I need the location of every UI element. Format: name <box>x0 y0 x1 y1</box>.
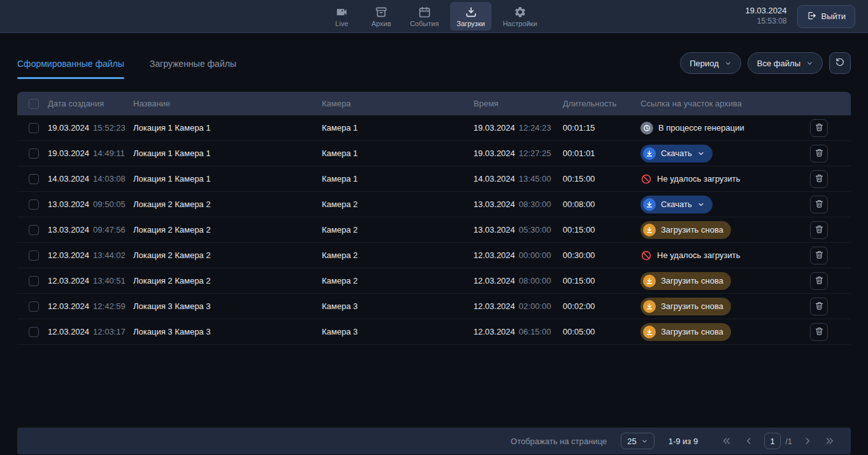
table-row: 12.03.202412:42:59Локация 3 Камера 3Каме… <box>17 294 851 319</box>
tab-generated-files-label: Сформированные файлы <box>17 59 124 69</box>
nav-archive[interactable]: Архив <box>364 2 398 31</box>
file-name-cell: Локация 1 Камера 1 <box>133 123 322 133</box>
archive-time-cell: 19.03.202412:24:23 <box>474 123 563 133</box>
tabs-row: Сформированные файлы Загруженные файлы П… <box>17 50 851 79</box>
archive-link-cell: Загрузить снова <box>640 272 810 290</box>
refresh-button[interactable] <box>829 52 851 74</box>
download-button-label: Скачать <box>661 199 692 209</box>
trash-icon <box>814 148 824 159</box>
row-checkbox[interactable] <box>29 123 39 133</box>
trash-icon <box>814 301 824 312</box>
duration-cell: 00:02:00 <box>563 301 640 311</box>
delete-button[interactable] <box>810 298 828 315</box>
duration-cell: 00:15:00 <box>563 225 640 235</box>
download-icon <box>643 147 656 160</box>
pager: 1 /1 <box>720 433 837 449</box>
nav-downloads[interactable]: Загрузки <box>451 2 491 31</box>
table-row: 13.03.202409:50:05Локация 2 Камера 2Каме… <box>17 192 851 217</box>
tab-downloaded-files[interactable]: Загруженные файлы <box>150 59 236 79</box>
retry-download-button[interactable]: Загрузить снова <box>640 221 731 239</box>
row-checkbox[interactable] <box>29 250 39 261</box>
trash-icon <box>814 224 824 236</box>
system-datetime: 19.03.2024 15:53:08 <box>745 6 786 26</box>
first-page-button[interactable] <box>720 434 734 448</box>
row-checkbox[interactable] <box>29 148 39 159</box>
retry-button-label: Загрузить снова <box>661 327 723 336</box>
delete-button[interactable] <box>810 170 828 188</box>
delete-button[interactable] <box>810 323 828 341</box>
table-row: 19.03.202415:52:23Локация 1 Камера 1Каме… <box>17 115 851 141</box>
created-date-cell: 12.03.202412:03:17 <box>48 327 133 336</box>
camera-cell: Камера 3 <box>322 301 474 311</box>
file-name-cell: Локация 2 Камера 2 <box>133 225 322 235</box>
archive-link-cell: Загрузить снова <box>640 323 810 341</box>
row-checkbox[interactable] <box>29 199 39 210</box>
row-checkbox[interactable] <box>29 301 39 312</box>
period-filter-button[interactable]: Период <box>680 52 741 74</box>
download-icon <box>643 275 656 287</box>
nav-settings[interactable]: Настройки <box>496 2 544 31</box>
row-checkbox[interactable] <box>29 225 39 235</box>
download-file-button[interactable]: Скачать <box>640 196 712 213</box>
download-file-button[interactable]: Скачать <box>640 145 712 162</box>
archive-time-cell: 12.03.202400:00:00 <box>474 250 563 260</box>
delete-button[interactable] <box>810 119 828 137</box>
next-page-button[interactable] <box>800 434 814 448</box>
file-name-cell: Локация 1 Камера 1 <box>133 174 322 184</box>
select-all-checkbox[interactable] <box>29 99 39 109</box>
row-checkbox[interactable] <box>29 327 39 337</box>
delete-button[interactable] <box>810 196 828 213</box>
trash-icon <box>814 122 824 134</box>
file-name-cell: Локация 2 Камера 2 <box>133 199 322 209</box>
files-filter-button[interactable]: Все файлы <box>748 52 823 74</box>
archive-box-icon <box>375 6 387 18</box>
created-date-cell: 19.03.202414:49:11 <box>48 148 133 158</box>
created-date-cell: 12.03.202413:40:51 <box>48 276 133 285</box>
tab-generated-files[interactable]: Сформированные файлы <box>17 59 124 79</box>
column-name: Название <box>133 99 322 108</box>
retry-download-button[interactable]: Загрузить снова <box>640 298 731 315</box>
retry-download-button[interactable]: Загрузить снова <box>640 323 731 341</box>
topbar-right: 19.03.2024 15:53:08 Выйти <box>745 5 855 28</box>
camera-cell: Камера 2 <box>322 199 474 209</box>
camera-cell: Камера 2 <box>322 250 474 260</box>
prev-page-button[interactable] <box>742 434 756 448</box>
download-button-label: Скачать <box>661 148 692 158</box>
logout-button[interactable]: Выйти <box>797 5 856 28</box>
live-camera-icon <box>335 6 348 18</box>
camera-cell: Камера 3 <box>322 327 474 336</box>
files-table: Дата создания Название Камера Время Длит… <box>17 92 851 345</box>
archive-link-cell: Загрузить снова <box>640 298 810 315</box>
nav-events-label: События <box>410 20 438 27</box>
period-filter-label: Период <box>690 59 719 68</box>
downloads-tray-icon <box>465 6 477 18</box>
column-camera: Камера <box>322 99 474 108</box>
column-created-date: Дата создания <box>48 99 133 108</box>
double-chevron-left-icon <box>721 436 732 446</box>
delete-button[interactable] <box>810 272 828 290</box>
camera-cell: Камера 1 <box>322 174 474 184</box>
created-date-cell: 12.03.202412:42:59 <box>48 301 133 311</box>
tab-downloaded-files-label: Загруженные файлы <box>150 59 236 69</box>
per-page-select[interactable]: 25 <box>621 433 654 449</box>
nav-live[interactable]: Live <box>324 2 359 31</box>
row-checkbox[interactable] <box>29 276 39 286</box>
top-bar: Live Архив События Загрузки <box>0 0 868 33</box>
nav-events[interactable]: События <box>403 2 445 31</box>
delete-button[interactable] <box>810 221 828 239</box>
chevron-down-icon <box>725 60 732 67</box>
download-icon <box>643 224 656 236</box>
retry-button-label: Загрузить снова <box>661 276 723 285</box>
files-filter-label: Все файлы <box>757 59 800 68</box>
delete-button[interactable] <box>810 145 828 162</box>
last-page-button[interactable] <box>823 434 837 448</box>
nav-downloads-label: Загрузки <box>457 20 485 27</box>
camera-cell: Камера 2 <box>322 276 474 285</box>
created-date-cell: 19.03.202415:52:23 <box>48 123 133 133</box>
current-page-box[interactable]: 1 <box>764 433 781 449</box>
delete-button[interactable] <box>810 247 828 264</box>
nav-archive-label: Архив <box>372 20 391 27</box>
trash-icon <box>814 250 824 261</box>
retry-download-button[interactable]: Загрузить снова <box>640 272 731 290</box>
row-checkbox[interactable] <box>29 174 39 184</box>
